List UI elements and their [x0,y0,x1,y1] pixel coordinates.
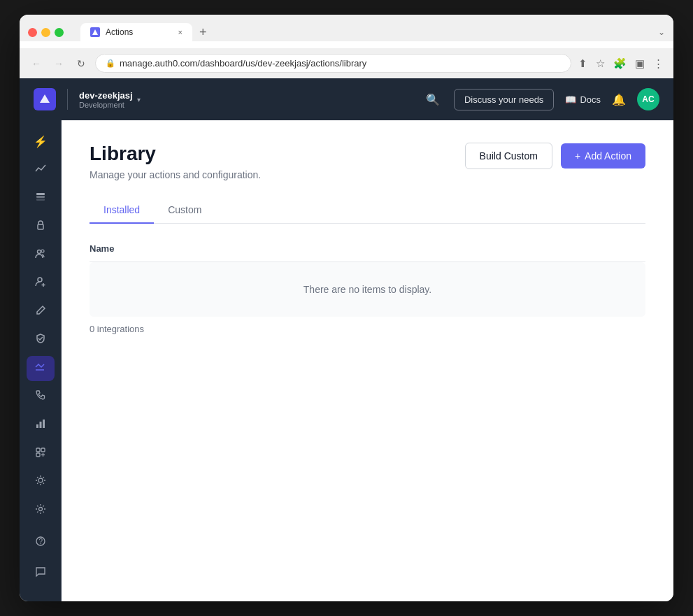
tab-custom[interactable]: Custom [154,197,215,224]
search-button[interactable]: 🔍 [423,90,443,109]
browser-titlebar: Actions × + ⌄ [28,23,665,41]
empty-state: There are no items to display. [90,262,645,317]
svg-rect-12 [36,424,38,428]
svg-marker-1 [40,94,50,103]
address-bar[interactable]: 🔒 manage.auth0.com/dashboard/us/dev-zeek… [95,54,571,73]
brand-logo [34,88,56,110]
svg-line-25 [37,477,38,478]
close-traffic-light[interactable] [28,28,37,37]
page-title: Library [90,143,261,165]
account-chevron-icon: ▾ [137,96,141,103]
discuss-needs-button[interactable]: Discuss your needs [454,89,554,110]
name-column-header: Name [90,243,114,254]
svg-point-8 [38,278,42,282]
sidebar-item-security[interactable] [27,214,55,240]
add-action-button[interactable]: + Add Action [561,143,645,169]
svg-rect-5 [38,224,43,229]
sidebar-item-help[interactable]: ? [27,529,55,557]
table-container: Name There are no items to display. 0 in… [90,235,645,341]
tabs: Installed Custom [90,197,645,223]
sidebar-item-lightning[interactable]: ⚡ [27,129,55,155]
sidebar-item-users[interactable] [27,242,55,268]
bookmark-icon[interactable]: ☆ [594,56,606,71]
share-icon[interactable]: ⬆ [577,56,589,71]
svg-point-20 [38,478,43,482]
gear-icon [35,503,46,517]
pen-icon [35,305,46,319]
avatar[interactable]: AC [637,88,659,110]
build-custom-button[interactable]: Build Custom [465,143,552,169]
page-description: Manage your actions and configuration. [90,169,261,180]
svg-rect-2 [36,193,45,195]
sidebar-item-user-management[interactable] [27,271,55,296]
docs-button[interactable]: 📖 Docs [565,94,601,105]
lock-icon: 🔒 [106,59,115,68]
notifications-button[interactable]: 🔔 [612,93,626,106]
book-icon: 📖 [565,94,576,105]
header-divider [67,89,68,110]
sidebar-item-tenant-logs[interactable] [27,384,55,410]
svg-marker-0 [92,29,98,35]
add-action-label: Add Action [585,150,631,162]
grid-plus-icon [35,447,46,461]
split-view-icon[interactable]: ▣ [634,56,646,71]
traffic-lights [28,28,64,37]
maximize-traffic-light[interactable] [55,28,64,37]
bar-chart-icon [35,418,46,432]
chat-icon [35,566,46,580]
svg-rect-14 [43,420,45,428]
account-info[interactable]: dev-zeekjasj Development ▾ [79,90,141,109]
tab-favicon-icon [90,27,100,37]
plus-icon: + [575,150,580,162]
tab-close-icon[interactable]: × [178,28,183,36]
browser-window: Actions × + ⌄ ← → ↻ 🔒 manage.auth0.com/d… [20,15,673,601]
address-url: manage.auth0.com/dashboard/us/dev-zeekja… [120,58,366,69]
actions-icon [35,361,46,375]
sidebar-item-branding[interactable] [27,299,55,324]
svg-rect-16 [41,448,45,452]
lightning-icon: ⚡ [34,135,48,148]
svg-line-27 [43,477,43,478]
svg-rect-17 [36,453,40,457]
account-name: dev-zeekjasj [79,90,133,101]
users-icon [35,248,46,262]
table-header: Name [90,235,645,262]
sidebar-item-analytics[interactable] [27,157,55,183]
tab-bar: Actions × + ⌄ [80,23,665,41]
main-layout: ⚡ [20,120,673,601]
sidebar-item-rules[interactable] [27,327,55,353]
sidebar-item-actions[interactable] [27,356,55,382]
refresh-button[interactable]: ↻ [73,55,90,72]
tab-title: Actions [106,27,133,37]
sidebar-item-chat[interactable] [27,559,55,587]
phone-icon [35,389,46,403]
integrations-count: 0 integrations [90,324,144,334]
back-button[interactable]: ← [28,55,45,72]
account-env: Development [79,101,133,109]
tab-installed[interactable]: Installed [90,197,154,224]
svg-point-7 [41,250,44,252]
new-tab-button[interactable]: + [195,25,211,40]
sidebar-item-settings[interactable] [27,498,55,524]
forward-button[interactable]: → [50,55,67,72]
tab-custom-label: Custom [168,204,201,215]
page-content: Library Manage your actions and configur… [62,120,673,601]
sidebar-item-marketplace[interactable] [27,440,55,466]
sidebar-item-reports[interactable] [27,413,55,438]
lock-shield-icon [35,220,46,234]
page-header: Library Manage your actions and configur… [90,143,645,180]
minimize-traffic-light[interactable] [41,28,50,37]
extensions-icon[interactable]: 🧩 [612,56,628,71]
svg-rect-4 [36,199,45,201]
sidebar-item-layers[interactable] [27,185,55,211]
browser-tab-actions[interactable]: Actions × [80,23,192,41]
tab-chevron-icon: ⌄ [658,27,665,37]
svg-rect-15 [36,448,40,452]
svg-text:?: ? [38,538,43,545]
sidebar-item-extensions[interactable] [27,469,55,495]
svg-point-6 [37,250,41,253]
layers-icon [35,191,46,205]
sun-icon [35,475,46,489]
more-options-icon[interactable]: ⋮ [652,56,665,71]
svg-point-29 [38,507,42,510]
